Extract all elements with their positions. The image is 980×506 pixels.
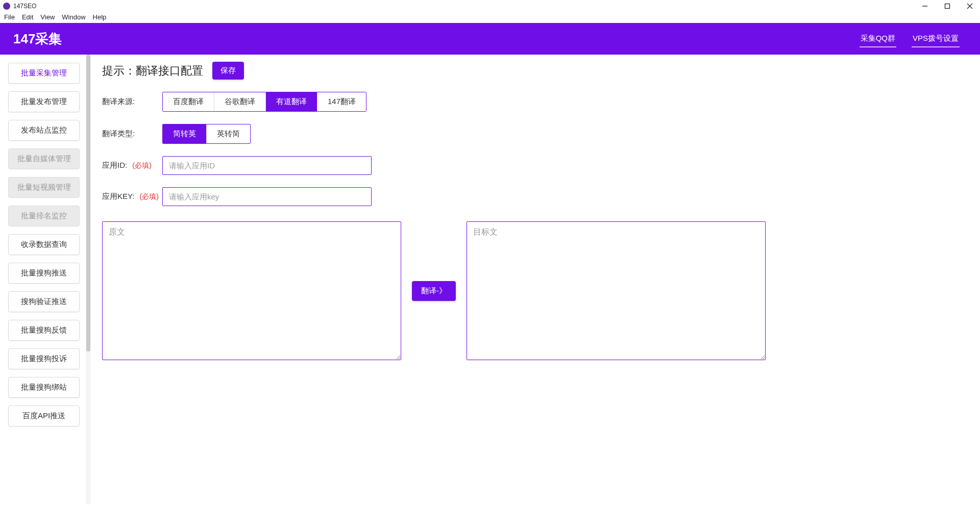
source-option[interactable]: 147翻译 <box>317 92 366 111</box>
sidebar-item[interactable]: 批量发布管理 <box>8 91 80 112</box>
sidebar-item[interactable]: 发布站点监控 <box>8 120 80 141</box>
minimize-icon[interactable] <box>921 2 929 10</box>
label-type: 翻译类型: <box>102 129 162 139</box>
sidebar-item[interactable]: 百度API推送 <box>8 406 80 426</box>
header-links: 采集QQ群 VPS拨号设置 <box>860 31 967 47</box>
sidebar: 批量采集管理批量发布管理发布站点监控批量自媒体管理批量短视频管理批量排名监控收录… <box>0 55 86 504</box>
source-option[interactable]: 谷歌翻译 <box>214 92 266 111</box>
target-text-area[interactable] <box>467 221 766 360</box>
label-appid-text: 应用ID: <box>102 161 127 169</box>
menu-file[interactable]: File <box>4 13 15 21</box>
sidebar-item[interactable]: 批量搜狗投诉 <box>8 348 80 369</box>
translate-row: 翻译-》 <box>102 221 968 360</box>
menu-help[interactable]: Help <box>93 13 107 21</box>
menu-window[interactable]: Window <box>62 13 85 21</box>
brand-title: 147采集 <box>13 30 62 48</box>
maximize-icon[interactable] <box>943 2 951 10</box>
translate-button[interactable]: 翻译-》 <box>412 281 456 301</box>
close-icon[interactable] <box>966 2 974 10</box>
sidebar-item[interactable]: 批量采集管理 <box>8 63 80 84</box>
type-segment-group: 简转英英转简 <box>162 124 251 144</box>
appid-input[interactable] <box>162 156 372 175</box>
sidebar-item[interactable]: 批量搜狗推送 <box>8 263 80 284</box>
source-text-area[interactable] <box>102 221 401 360</box>
title-bar: 147SEO <box>0 0 980 12</box>
sidebar-item[interactable]: 批量搜狗反馈 <box>8 320 80 341</box>
save-button[interactable]: 保存 <box>212 62 244 80</box>
label-source: 翻译来源: <box>102 97 162 107</box>
app-icon <box>3 3 10 10</box>
sidebar-item[interactable]: 搜狗验证推送 <box>8 291 80 312</box>
type-option[interactable]: 简转英 <box>163 124 207 143</box>
source-option[interactable]: 有道翻译 <box>266 92 317 111</box>
main-panel: 提示：翻译接口配置 保存 翻译来源: 百度翻译谷歌翻译有道翻译147翻译 翻译类… <box>91 55 980 504</box>
link-vps-settings[interactable]: VPS拨号设置 <box>912 31 960 47</box>
window-title: 147SEO <box>13 3 36 10</box>
label-appkey: 应用KEY: (必填) <box>102 192 162 201</box>
link-qq-group[interactable]: 采集QQ群 <box>860 31 896 47</box>
sidebar-item: 批量自媒体管理 <box>8 148 80 169</box>
row-type: 翻译类型: 简转英英转简 <box>102 124 968 144</box>
menu-view[interactable]: View <box>40 13 55 21</box>
sidebar-item: 批量排名监控 <box>8 206 80 226</box>
source-option[interactable]: 百度翻译 <box>163 92 214 111</box>
app-header: 147采集 采集QQ群 VPS拨号设置 <box>0 23 980 55</box>
label-appid: 应用ID: (必填) <box>102 161 162 170</box>
label-appkey-text: 应用KEY: <box>102 192 134 200</box>
sidebar-item: 批量短视频管理 <box>8 177 80 198</box>
svg-rect-1 <box>945 4 950 9</box>
required-tag: (必填) <box>132 161 151 169</box>
sidebar-scrollbar[interactable] <box>86 55 91 504</box>
page-title: 提示：翻译接口配置 <box>102 63 203 79</box>
type-option[interactable]: 英转简 <box>207 124 250 143</box>
required-tag: (必填) <box>140 192 159 200</box>
sidebar-scrollbar-thumb[interactable] <box>86 55 90 351</box>
sidebar-item[interactable]: 批量搜狗绑站 <box>8 377 80 398</box>
menu-edit[interactable]: Edit <box>22 13 33 21</box>
menu-bar: File Edit View Window Help <box>0 12 980 23</box>
page-header: 提示：翻译接口配置 保存 <box>102 62 968 80</box>
sidebar-item[interactable]: 收录数据查询 <box>8 234 80 255</box>
source-segment-group: 百度翻译谷歌翻译有道翻译147翻译 <box>162 92 366 112</box>
row-appid: 应用ID: (必填) <box>102 156 968 175</box>
window-controls <box>921 2 977 10</box>
row-appkey: 应用KEY: (必填) <box>102 187 968 206</box>
appkey-input[interactable] <box>162 187 372 206</box>
row-source: 翻译来源: 百度翻译谷歌翻译有道翻译147翻译 <box>102 92 968 112</box>
